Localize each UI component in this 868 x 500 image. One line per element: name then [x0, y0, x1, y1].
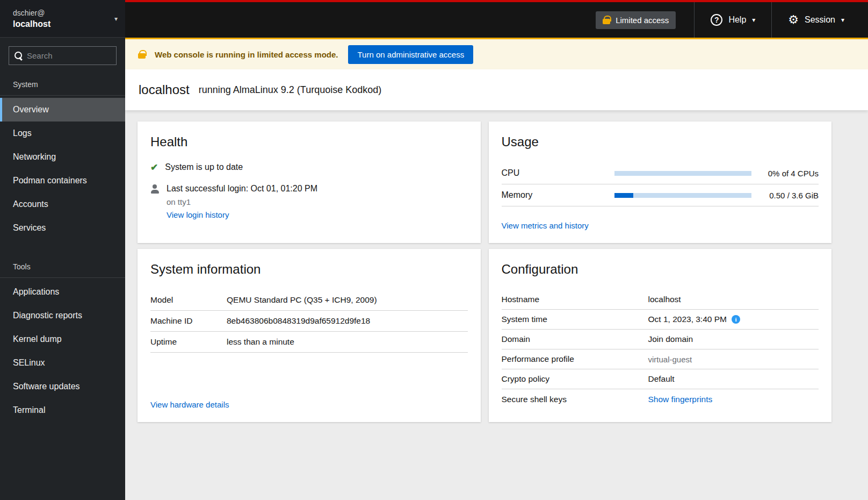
lock-icon — [603, 19, 610, 24]
sidebar-item-kernel-dump[interactable]: Kernel dump — [0, 327, 125, 351]
user-icon — [150, 184, 160, 194]
chevron-down-icon: ▾ — [114, 16, 118, 22]
sidebar-item-selinux[interactable]: SELinux — [0, 351, 125, 375]
table-row: Domain Join domain — [502, 330, 819, 349]
session-menu[interactable]: ⚙ Session ▾ — [772, 2, 868, 38]
session-label: Session — [805, 15, 835, 25]
table-row: System time Oct 1, 2023, 3:40 PM i — [502, 310, 819, 330]
cpu-progress-bar — [614, 171, 752, 176]
cpu-usage-row: CPU 0% of 4 CPUs — [502, 162, 819, 184]
system-time-label: System time — [502, 315, 648, 324]
table-row: Hostname localhost — [502, 290, 819, 310]
page-header: localhost running AlmaLinux 9.2 (Turquoi… — [125, 69, 868, 110]
check-icon: ✔ — [150, 162, 158, 173]
nav-section-system: System — [0, 69, 125, 96]
usage-card-title: Usage — [502, 134, 819, 149]
performance-profile-label: Performance profile — [502, 354, 648, 364]
health-card: Health ✔ System is up to date Last succe… — [138, 122, 481, 243]
lock-icon — [138, 53, 146, 59]
limited-access-banner: Web console is running in limited access… — [125, 38, 868, 69]
chevron-down-icon: ▾ — [752, 17, 755, 23]
sidebar-item-terminal[interactable]: Terminal — [0, 398, 125, 422]
sidebar-item-software-updates[interactable]: Software updates — [0, 375, 125, 398]
gear-icon: ⚙ — [788, 14, 799, 26]
cockpit-app: dschier@ localhost ▾ System Overview Log… — [0, 0, 868, 500]
search-box[interactable] — [9, 46, 117, 65]
table-row: Performance profile virtual-guest — [502, 349, 819, 369]
sidebar-nav: System Overview Logs Networking Podman c… — [0, 69, 125, 422]
memory-value: 0.50 / 3.6 GiB — [762, 191, 819, 200]
limited-access-button[interactable]: Limited access — [596, 11, 676, 29]
view-metrics-link[interactable]: View metrics and history — [502, 221, 819, 230]
model-label: Model — [150, 295, 227, 305]
user-name: dschier@ — [13, 9, 114, 17]
health-card-title: Health — [150, 134, 468, 149]
table-row: Crypto policy Default — [502, 369, 819, 389]
page-title: localhost — [139, 82, 190, 97]
domain-value[interactable]: Join domain — [648, 334, 693, 344]
banner-message: Web console is running in limited access… — [155, 50, 338, 59]
last-login-row: Last successful login: Oct 01, 01:20 PM … — [150, 184, 468, 219]
system-status-text: System is up to date — [165, 162, 243, 173]
nav-section-tools: Tools — [0, 252, 125, 278]
masthead: Limited access ? Help ▾ ⚙ Session ▾ — [125, 0, 868, 38]
last-login-detail: on tty1 — [167, 197, 317, 206]
table-row: Machine ID 8eb463806b0848319d9af65912d9f… — [150, 311, 468, 332]
sidebar-item-podman-containers[interactable]: Podman containers — [0, 169, 125, 192]
hostname-value: localhost — [648, 295, 681, 304]
system-information-card: System information Model QEMU Standard P… — [138, 249, 481, 422]
sidebar-item-applications[interactable]: Applications — [0, 280, 125, 304]
sidebar-item-logs[interactable]: Logs — [0, 122, 125, 145]
configuration-card: Configuration Hostname localhost System … — [489, 249, 832, 422]
sidebar-item-accounts[interactable]: Accounts — [0, 192, 125, 216]
help-menu[interactable]: ? Help ▾ — [695, 2, 771, 38]
overview-content: Health ✔ System is up to date Last succe… — [125, 110, 868, 500]
secure-shell-keys-label: Secure shell keys — [502, 395, 648, 404]
uptime-value: less than a minute — [227, 337, 294, 347]
sidebar-item-overview[interactable]: Overview — [0, 98, 125, 122]
host-name: localhost — [13, 19, 114, 29]
sidebar-item-networking[interactable]: Networking — [0, 145, 125, 169]
limited-access-label: Limited access — [616, 16, 669, 25]
usage-card: Usage CPU 0% of 4 CPUs Memory 0.50 / 3.6… — [489, 122, 832, 243]
model-value: QEMU Standard PC (Q35 + ICH9, 2009) — [227, 295, 377, 305]
last-login-text: Last successful login: Oct 01, 01:20 PM — [167, 184, 317, 194]
table-row: Uptime less than a minute — [150, 332, 468, 353]
performance-profile-value: virtual-guest — [648, 355, 692, 364]
page-subtitle: running AlmaLinux 9.2 (Turquoise Kodkod) — [199, 84, 382, 96]
view-hardware-details-link[interactable]: View hardware details — [150, 400, 468, 409]
chevron-down-icon: ▾ — [841, 17, 844, 23]
help-label: Help — [728, 15, 746, 25]
user-menu[interactable]: dschier@ localhost ▾ — [0, 0, 125, 38]
machine-id-label: Machine ID — [150, 316, 227, 326]
help-icon: ? — [711, 14, 722, 26]
machine-id-value: 8eb463806b0848319d9af65912d9fe18 — [227, 316, 370, 326]
system-status-row: ✔ System is up to date — [150, 162, 468, 173]
user-menu-labels: dschier@ localhost — [13, 9, 114, 29]
uptime-label: Uptime — [150, 337, 227, 347]
search-input[interactable] — [27, 51, 111, 60]
crypto-policy-value: Default — [648, 374, 675, 384]
hostname-label: Hostname — [502, 295, 648, 304]
table-row: Model QEMU Standard PC (Q35 + ICH9, 2009… — [150, 290, 468, 311]
nav-list-system: Overview Logs Networking Podman containe… — [0, 96, 125, 240]
memory-progress-fill — [614, 193, 634, 198]
table-row: Secure shell keys Show fingerprints — [502, 389, 819, 409]
info-icon[interactable]: i — [732, 315, 740, 324]
crypto-policy-label: Crypto policy — [502, 374, 648, 384]
nav-list-tools: Applications Diagnostic reports Kernel d… — [0, 278, 125, 422]
memory-label: Memory — [502, 190, 604, 200]
cpu-label: CPU — [502, 168, 604, 178]
system-time-value: Oct 1, 2023, 3:40 PM i — [648, 315, 740, 324]
domain-label: Domain — [502, 334, 648, 344]
sidebar-item-diagnostic-reports[interactable]: Diagnostic reports — [0, 304, 125, 327]
memory-usage-row: Memory 0.50 / 3.6 GiB — [502, 184, 819, 206]
memory-progress-bar — [614, 193, 752, 198]
last-login-block: Last successful login: Oct 01, 01:20 PM … — [167, 184, 317, 219]
sidebar-search — [0, 38, 125, 69]
show-fingerprints-link[interactable]: Show fingerprints — [648, 395, 713, 404]
main-area: Limited access ? Help ▾ ⚙ Session ▾ Web … — [125, 0, 868, 500]
view-login-history-link[interactable]: View login history — [167, 210, 317, 219]
sidebar-item-services[interactable]: Services — [0, 216, 125, 240]
turn-on-admin-access-button[interactable]: Turn on administrative access — [348, 45, 473, 64]
